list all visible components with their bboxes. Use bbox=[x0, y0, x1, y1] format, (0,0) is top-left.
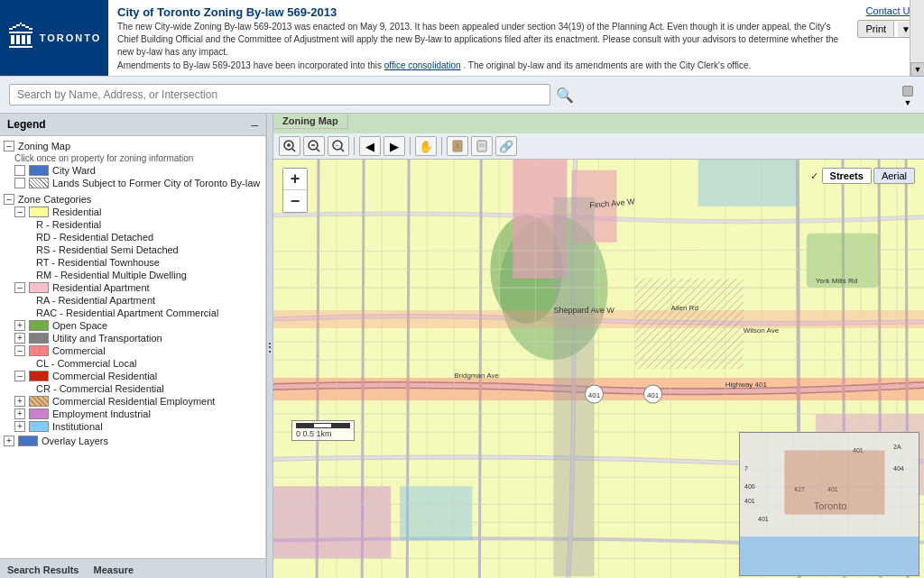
tree-item-res-apartment[interactable]: – Residential Apartment bbox=[0, 281, 265, 294]
tree-item-comm-res-employment[interactable]: + Commercial Residential Employment bbox=[0, 395, 265, 408]
print-button[interactable]: Print bbox=[858, 21, 894, 37]
scale-label: 0 0.5 1km bbox=[296, 429, 350, 438]
search-results-tab[interactable]: Search Results bbox=[7, 563, 79, 577]
tree-item-open-space[interactable]: + Open Space bbox=[0, 319, 265, 332]
label-rm-res: RM - Residential Multiple Dwelling bbox=[36, 270, 187, 280]
pan-tool[interactable]: ✋ bbox=[415, 136, 437, 156]
aerial-button[interactable]: Aerial bbox=[873, 168, 915, 184]
tree-item-r-res[interactable]: R - Residential bbox=[0, 218, 265, 231]
expand-icon-open-space[interactable]: + bbox=[14, 320, 25, 331]
tree-item-utility-transport[interactable]: + Utility and Transportation bbox=[0, 332, 265, 344]
tree-item-former-city[interactable]: Lands Subject to Former City of Toronto … bbox=[0, 177, 265, 189]
map-area[interactable]: Zoning Map − ◀ ▶ ✋ 🔗 bbox=[273, 114, 924, 578]
tree-item-rac[interactable]: RAC - Residential Apartment Commercial bbox=[0, 307, 265, 319]
legend-collapse-button[interactable]: – bbox=[251, 117, 258, 132]
search-scrollbar-down[interactable]: ▼ bbox=[904, 98, 912, 107]
tree-item-comm-residential[interactable]: – Commercial Residential bbox=[0, 370, 265, 382]
svg-line-8 bbox=[341, 149, 344, 151]
logo-area: 🏛 TORONTO bbox=[0, 0, 108, 76]
expand-icon-institutional[interactable]: + bbox=[14, 421, 25, 432]
tree-item-cr[interactable]: CR - Commercial Residential bbox=[0, 382, 265, 395]
tree-item-rd-res[interactable]: RD - Residential Detached bbox=[0, 231, 265, 243]
svg-text:401: 401 bbox=[647, 391, 660, 399]
label-rd-res: RD - Residential Detached bbox=[36, 232, 153, 243]
search-input[interactable] bbox=[9, 84, 550, 106]
svg-rect-30 bbox=[400, 486, 472, 540]
tree-item-rt-res[interactable]: RT - Residential Townhouse bbox=[0, 256, 265, 269]
header-scrollbar[interactable]: ▼ bbox=[910, 0, 924, 77]
svg-text:Sheppard Ave W: Sheppard Ave W bbox=[553, 306, 614, 315]
tree-item-zoning-map[interactable]: – Zoning Map bbox=[0, 140, 265, 152]
tree-item-rm-res[interactable]: RM - Residential Multiple Dwelling bbox=[0, 269, 265, 281]
link-tool[interactable]: 🔗 bbox=[495, 136, 517, 156]
main-content: Legend – – Zoning Map Click once on prop… bbox=[0, 114, 924, 578]
tree-item-institutional[interactable]: + Institutional bbox=[0, 420, 265, 433]
mini-map: 7 400 401 401 404 2A 401 427 401 Toronto bbox=[739, 432, 919, 576]
amendment-text: Amendments to By-law 569-2013 have been … bbox=[117, 60, 382, 70]
svg-text:401: 401 bbox=[588, 391, 601, 399]
identify-tool[interactable] bbox=[447, 136, 468, 156]
expand-icon-comm-res-employment[interactable]: + bbox=[14, 396, 25, 407]
label-zoning-map: Zoning Map bbox=[18, 141, 70, 151]
panel-resize-handle[interactable]: ⋮ bbox=[266, 114, 273, 578]
svg-text:York Mills Rd: York Mills Rd bbox=[816, 277, 857, 285]
office-consolidation-link[interactable]: office consolidation bbox=[384, 60, 461, 70]
label-res-apartment: Residential Apartment bbox=[52, 282, 150, 293]
tree-item-residential[interactable]: – Residential bbox=[0, 206, 265, 218]
measure-tab[interactable]: Measure bbox=[93, 563, 134, 577]
expand-icon-zoning-map[interactable]: – bbox=[4, 141, 14, 151]
expand-icon-commercial[interactable]: – bbox=[14, 345, 25, 356]
tree-item-commercial[interactable]: – Commercial bbox=[0, 344, 265, 357]
expand-icon-zone-categories[interactable]: – bbox=[4, 194, 14, 205]
checkbox-city-ward[interactable] bbox=[14, 165, 25, 176]
label-commercial: Commercial bbox=[52, 345, 106, 356]
legend-title: Legend bbox=[7, 118, 46, 131]
swatch-comm-residential bbox=[29, 371, 49, 381]
search-scrollbar-handle[interactable] bbox=[902, 86, 913, 96]
search-button[interactable]: 🔍 bbox=[556, 87, 574, 104]
select-tool[interactable] bbox=[471, 136, 493, 156]
streets-button[interactable]: Streets bbox=[822, 168, 872, 184]
tree-item-cl[interactable]: CL - Commercial Local bbox=[0, 357, 265, 370]
scrollbar-down-button[interactable]: ▼ bbox=[910, 62, 924, 77]
legend-header[interactable]: Legend – bbox=[0, 114, 265, 136]
expand-icon-overlay-layers[interactable]: + bbox=[4, 436, 14, 446]
map-canvas[interactable]: Finch Ave W Sheppard Ave W Highway 401 W… bbox=[273, 157, 924, 578]
expand-icon-residential[interactable]: – bbox=[14, 206, 25, 217]
header-title: City of Toronto Zoning By-law 569-2013 bbox=[117, 5, 839, 19]
label-employment-industrial: Employment Industrial bbox=[52, 408, 151, 419]
legend-content: – Zoning Map Click once on property for … bbox=[0, 136, 265, 558]
expand-icon-employment-industrial[interactable]: + bbox=[14, 408, 25, 419]
tree-item-ra[interactable]: RA - Residential Apartment bbox=[0, 294, 265, 307]
pan-left-tool[interactable]: ◀ bbox=[359, 136, 381, 156]
zoom-out-button[interactable]: − bbox=[283, 190, 307, 212]
zoom-full-tool[interactable]: − bbox=[328, 136, 349, 156]
tree-item-city-ward[interactable]: City Ward bbox=[0, 164, 265, 177]
search-bar: 🔍 ▼ bbox=[0, 77, 924, 114]
swatch-comm-res-employment bbox=[29, 396, 49, 407]
label-residential: Residential bbox=[52, 206, 101, 217]
checkbox-former-city[interactable] bbox=[14, 178, 25, 188]
map-tab[interactable]: Zoning Map bbox=[273, 114, 348, 129]
streets-check: ✓ bbox=[810, 170, 818, 182]
scale-bar: 0 0.5 1km bbox=[291, 420, 355, 441]
tree-item-overlay-layers[interactable]: + Overlay Layers bbox=[0, 435, 265, 447]
zoom-out-tool[interactable] bbox=[303, 136, 325, 156]
swatch-residential bbox=[29, 206, 49, 217]
label-r-res: R - Residential bbox=[36, 219, 101, 230]
swatch-former-city bbox=[29, 178, 49, 188]
tree-item-zone-categories[interactable]: – Zone Categories bbox=[0, 193, 265, 206]
expand-icon-comm-residential[interactable]: – bbox=[14, 371, 25, 381]
tree-item-rs-res[interactable]: RS - Residential Semi Detached bbox=[0, 243, 265, 256]
app-header: 🏛 TORONTO City of Toronto Zoning By-law … bbox=[0, 0, 924, 77]
tree-item-employment-industrial[interactable]: + Employment Industrial bbox=[0, 408, 265, 420]
svg-text:7: 7 bbox=[744, 465, 748, 472]
zoom-in-tool[interactable] bbox=[279, 136, 300, 156]
contact-us-button[interactable]: Contact Us bbox=[866, 5, 915, 16]
expand-icon-res-apartment[interactable]: – bbox=[14, 282, 25, 293]
label-utility-transport: Utility and Transportation bbox=[52, 333, 162, 344]
label-click-info: Click once on property for zoning inform… bbox=[14, 153, 193, 163]
pan-right-tool[interactable]: ▶ bbox=[383, 136, 405, 156]
expand-icon-utility-transport[interactable]: + bbox=[14, 333, 25, 344]
zoom-in-button[interactable]: + bbox=[283, 169, 307, 190]
